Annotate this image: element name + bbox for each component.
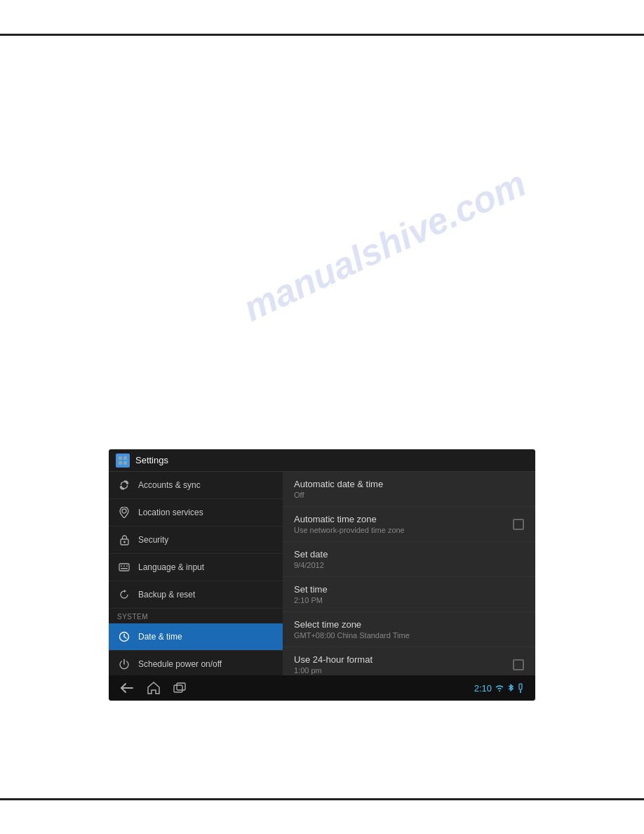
set-time-title: Set time (294, 584, 328, 595)
svg-rect-2 (119, 461, 122, 465)
set-date-subtitle: 9/4/2012 (294, 561, 328, 569)
home-button[interactable] (147, 682, 161, 694)
setting-set-date[interactable]: Set date 9/4/2012 (283, 542, 535, 577)
auto-timezone-subtitle: Use network-provided time zone (294, 526, 405, 534)
svg-rect-19 (174, 685, 182, 692)
svg-point-8 (123, 541, 126, 543)
set-time-subtitle: 2:10 PM (294, 596, 328, 604)
sync-icon (117, 478, 131, 492)
auto-date-time-title: Automatic date & time (294, 479, 383, 489)
sidebar-item-language-input[interactable]: Language & input (109, 554, 283, 581)
back-button[interactable] (120, 682, 134, 694)
setting-select-timezone[interactable]: Select time zone GMT+08:00 China Standar… (283, 612, 535, 647)
title-bar: Settings (109, 449, 535, 472)
svg-rect-20 (177, 683, 185, 690)
keyboard-icon (117, 560, 131, 574)
sidebar-item-accounts-sync[interactable]: Accounts & sync (109, 472, 283, 499)
top-border (0, 34, 644, 36)
right-panel: Automatic date & time Off Automatic time… (283, 472, 535, 675)
clock-icon (117, 630, 131, 644)
setting-auto-date-time[interactable]: Automatic date & time Off (283, 472, 535, 507)
svg-rect-0 (119, 456, 122, 460)
sidebar-schedule-power-label: Schedule power on/off (138, 659, 222, 669)
sidebar-security-label: Security (138, 535, 168, 545)
24hour-format-title: Use 24-hour format (294, 654, 373, 665)
svg-rect-9 (119, 564, 129, 571)
backup-icon (117, 588, 131, 602)
watermark: manualshive.com (237, 162, 532, 330)
setting-set-time[interactable]: Set time 2:10 PM (283, 577, 535, 612)
auto-timezone-title: Automatic time zone (294, 514, 405, 524)
select-timezone-title: Select time zone (294, 619, 410, 630)
24hour-format-subtitle: 1:00 pm (294, 666, 373, 675)
sidebar-language-input-label: Language & input (138, 562, 204, 572)
setting-auto-timezone[interactable]: Automatic time zone Use network-provided… (283, 507, 535, 542)
sidebar-date-time-label: Date & time (138, 632, 182, 642)
usb-icon (517, 683, 524, 693)
auto-timezone-checkbox[interactable] (513, 519, 524, 530)
title-bar-label: Settings (135, 455, 168, 465)
svg-rect-1 (123, 456, 127, 460)
sidebar: Accounts & sync Location services (109, 472, 283, 675)
sidebar-backup-reset-label: Backup & reset (138, 590, 195, 600)
lock-icon (117, 533, 131, 547)
wifi-icon (495, 684, 504, 692)
24hour-format-text: Use 24-hour format 1:00 pm (294, 654, 373, 675)
svg-point-23 (520, 691, 521, 693)
set-date-title: Set date (294, 549, 328, 560)
select-timezone-text: Select time zone GMT+08:00 China Standar… (294, 619, 410, 640)
device-container: Settings Accounts & sync (109, 449, 535, 701)
sidebar-accounts-sync-label: Accounts & sync (138, 480, 201, 490)
24hour-format-checkbox[interactable] (513, 659, 524, 670)
bottom-border (0, 798, 644, 800)
sidebar-item-backup-reset[interactable]: Backup & reset (109, 581, 283, 609)
power-icon (117, 657, 131, 671)
setting-24hour-format[interactable]: Use 24-hour format 1:00 pm (283, 647, 535, 675)
sidebar-item-schedule-power[interactable]: Schedule power on/off (109, 651, 283, 675)
nav-bar: 2:10 (109, 675, 535, 701)
svg-rect-3 (123, 461, 127, 465)
recent-apps-button[interactable] (173, 682, 187, 694)
svg-rect-13 (121, 568, 128, 569)
set-date-text: Set date 9/4/2012 (294, 549, 328, 569)
sidebar-item-security[interactable]: Security (109, 527, 283, 554)
svg-rect-21 (519, 684, 522, 689)
sidebar-item-location-services[interactable]: Location services (109, 499, 283, 527)
svg-point-6 (122, 509, 126, 513)
auto-date-time-text: Automatic date & time Off (294, 479, 383, 499)
settings-app-icon (116, 454, 130, 468)
nav-time: 2:10 (474, 683, 492, 694)
main-content: Accounts & sync Location services (109, 472, 535, 675)
select-timezone-subtitle: GMT+08:00 China Standard Time (294, 631, 410, 640)
sidebar-item-date-time[interactable]: Date & time (109, 623, 283, 651)
nav-status-bar: 2:10 (474, 683, 524, 694)
sidebar-location-services-label: Location services (138, 508, 203, 517)
auto-timezone-text: Automatic time zone Use network-provided… (294, 514, 405, 534)
svg-rect-10 (121, 566, 122, 567)
set-time-text: Set time 2:10 PM (294, 584, 328, 604)
auto-date-time-subtitle: Off (294, 491, 383, 499)
svg-rect-12 (126, 566, 128, 567)
nav-left-buttons (120, 682, 187, 694)
location-icon (117, 505, 131, 519)
system-section-header: SYSTEM (109, 609, 283, 623)
svg-rect-11 (123, 566, 125, 567)
bluetooth-icon (507, 684, 514, 692)
